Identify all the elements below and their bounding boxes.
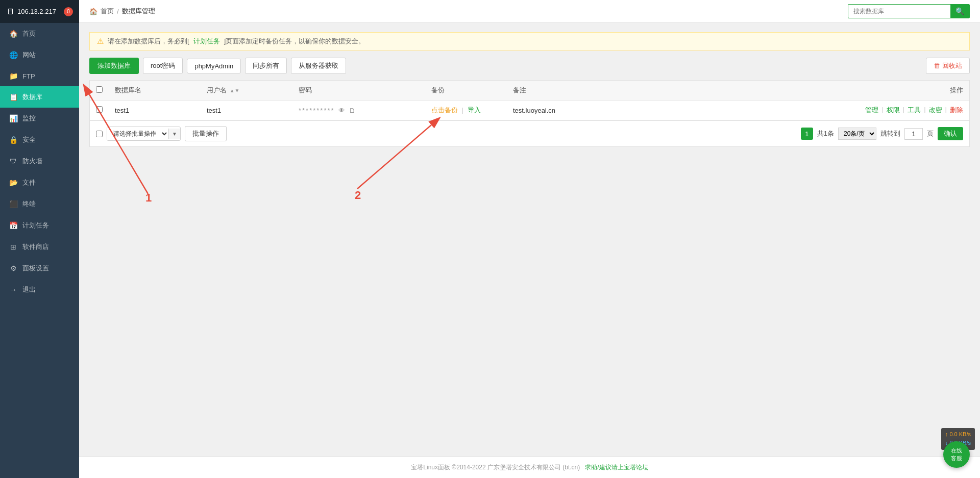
recycle-label: 回收站 (942, 62, 962, 69)
home-icon: 🏠 (9, 30, 17, 38)
total-text: 共1条 (817, 129, 834, 138)
breadcrumb-home[interactable]: 首页 (101, 7, 114, 16)
terminal-icon: ⬛ (9, 200, 17, 208)
sidebar-item-security[interactable]: 🔒 安全 (0, 129, 79, 150)
header-username: 用户名 ▲▼ (201, 81, 292, 100)
recycle-icon: 🗑 (934, 62, 940, 69)
sidebar-label-logout: 退出 (22, 285, 36, 294)
backup-link[interactable]: 点击备份 (431, 106, 458, 114)
sidebar-item-appstore[interactable]: ⊞ 软件商店 (0, 236, 79, 258)
notification-badge[interactable]: 0 (64, 7, 73, 16)
sidebar-item-ftp[interactable]: 📁 FTP (0, 66, 79, 86)
import-link[interactable]: 导入 (468, 106, 481, 114)
sidebar-item-terminal[interactable]: ⬛ 终端 (0, 193, 79, 215)
row-checkbox-cell (90, 100, 109, 120)
table-row: test1 test1 ********** 👁 🗋 点击备份 | 导入 t (90, 100, 969, 120)
jump-to-label: 跳转到 (880, 129, 900, 138)
perms-link[interactable]: 权限 (887, 106, 900, 115)
row-ops: 管理 | 权限 | 工具 | 改密 | 删除 (609, 100, 969, 120)
pagination: 1 共1条 20条/页 跳转到 1 页 确认 (801, 127, 963, 140)
sidebar-item-monitor[interactable]: 📊 监控 (0, 108, 79, 129)
database-table: 数据库名 用户名 ▲▼ 密码 备份 备注 (90, 81, 969, 120)
change-pwd-link[interactable]: 改密 (929, 106, 942, 115)
pipe4: | (945, 106, 947, 115)
warning-text-before: 请在添加数据库后，务必到[ (108, 37, 189, 46)
cron-icon: 📅 (9, 221, 17, 230)
footer: 宝塔Linux面板 ©2014-2022 广东堡塔安全技术有限公司 (bt.cn… (79, 457, 980, 478)
batch-ops: 请选择批量操作 ▼ 批量操作 (96, 126, 227, 141)
content: ⚠ 请在添加数据库后，务必到[计划任务]页面添加定时备份任务，以确保你的数据安全… (79, 23, 980, 457)
breadcrumb-sep: / (117, 8, 119, 15)
sync-all-button[interactable]: 同步所有 (245, 58, 287, 74)
header-ops-label: 操作 (950, 86, 963, 94)
page-jump-input[interactable]: 1 (904, 128, 923, 140)
sidebar-label-appstore: 软件商店 (22, 242, 49, 251)
select-all-checkbox[interactable] (96, 86, 103, 93)
header-remark: 备注 (507, 81, 609, 100)
sidebar-label-monitor: 监控 (22, 114, 36, 123)
delete-link[interactable]: 删除 (950, 106, 963, 115)
header-dbname-label: 数据库名 (115, 86, 141, 94)
password-dots: ********** (299, 107, 335, 114)
phpmyadmin-button[interactable]: phpMyAdmin (187, 59, 241, 73)
page-confirm-button[interactable]: 确认 (938, 127, 963, 140)
sidebar-item-settings[interactable]: ⚙ 面板设置 (0, 258, 79, 279)
sidebar-label-cron: 计划任务 (22, 221, 49, 230)
sort-icon[interactable]: ▲▼ (230, 88, 240, 93)
toolbar: 添加数据库 root密码 phpMyAdmin 同步所有 从服务器获取 🗑 回收… (89, 58, 970, 74)
batch-select-dropdown[interactable]: 请选择批量操作 (107, 127, 168, 140)
sidebar-item-logout[interactable]: → 退出 (0, 279, 79, 300)
recycle-button[interactable]: 🗑 回收站 (926, 58, 970, 74)
sidebar-item-cron[interactable]: 📅 计划任务 (0, 215, 79, 236)
page-size-select[interactable]: 20条/页 (838, 128, 876, 140)
settings-icon: ⚙ (9, 264, 17, 272)
sidebar-item-home[interactable]: 🏠 首页 (0, 23, 79, 44)
search-box: 🔍 (848, 4, 970, 18)
tools-link[interactable]: 工具 (908, 106, 921, 115)
monitor-nav-icon: 📊 (9, 114, 17, 122)
show-password-icon[interactable]: 👁 (338, 107, 345, 114)
server-info: 🖥 106.13.2.217 (6, 7, 56, 16)
files-icon: 📂 (9, 179, 17, 187)
main-area: 🏠 首页 / 数据库管理 🔍 ⚠ 请在添加数据库后，务必到[计划任务]页面添加定… (79, 0, 980, 478)
pipe1: | (881, 106, 883, 115)
sidebar-label-website: 网站 (22, 51, 36, 60)
sidebar-item-files[interactable]: 📂 文件 (0, 172, 79, 193)
monitor-icon: 🖥 (6, 7, 14, 16)
add-database-button[interactable]: 添加数据库 (89, 58, 139, 74)
header-backup: 备份 (425, 81, 507, 100)
pipe2: | (903, 106, 904, 115)
server-ip: 106.13.2.217 (17, 8, 56, 15)
row-backup: 点击备份 | 导入 (425, 100, 507, 120)
pipe3: | (924, 106, 925, 115)
sidebar-nav: 🏠 首页 🌐 网站 📁 FTP 📋 数据库 📊 监控 🔒 安全 🛡 防火墙 � (0, 23, 79, 478)
sidebar-item-firewall[interactable]: 🛡 防火墙 (0, 150, 79, 172)
batch-select: 请选择批量操作 ▼ (107, 127, 181, 141)
sidebar-item-website[interactable]: 🌐 网站 (0, 44, 79, 66)
logout-icon: → (9, 286, 17, 294)
topbar: 🏠 首页 / 数据库管理 🔍 (79, 0, 980, 23)
search-button[interactable]: 🔍 (950, 5, 969, 18)
copy-password-icon[interactable]: 🗋 (349, 107, 356, 114)
sidebar-label-home: 首页 (22, 29, 36, 38)
warning-link[interactable]: 计划任务 (193, 37, 220, 46)
security-icon: 🔒 (9, 136, 17, 144)
header-password: 密码 (292, 81, 425, 100)
search-input[interactable] (848, 5, 950, 17)
upload-speed: ↑ 0.0 KB/s (945, 430, 971, 439)
sidebar-label-security: 安全 (22, 135, 36, 144)
warning-text-after: ]页面添加定时备份任务，以确保你的数据安全。 (224, 37, 365, 46)
firewall-icon: 🛡 (9, 157, 17, 165)
batch-operation-button[interactable]: 批量操作 (185, 126, 227, 141)
sidebar-item-database[interactable]: 📋 数据库 (0, 86, 79, 108)
batch-dropdown-arrow[interactable]: ▼ (168, 129, 180, 139)
online-line2: 客服 (951, 455, 962, 462)
header-username-label: 用户名 (207, 86, 227, 94)
root-password-button[interactable]: root密码 (143, 58, 183, 74)
row-checkbox[interactable] (96, 106, 103, 113)
batch-checkbox[interactable] (96, 131, 103, 137)
online-support-button[interactable]: 在线 客服 (943, 441, 970, 468)
get-from-server-button[interactable]: 从服务器获取 (291, 58, 346, 74)
forum-link[interactable]: 求助/建议请上宝塔论坛 (585, 464, 648, 471)
manage-link[interactable]: 管理 (865, 106, 878, 115)
